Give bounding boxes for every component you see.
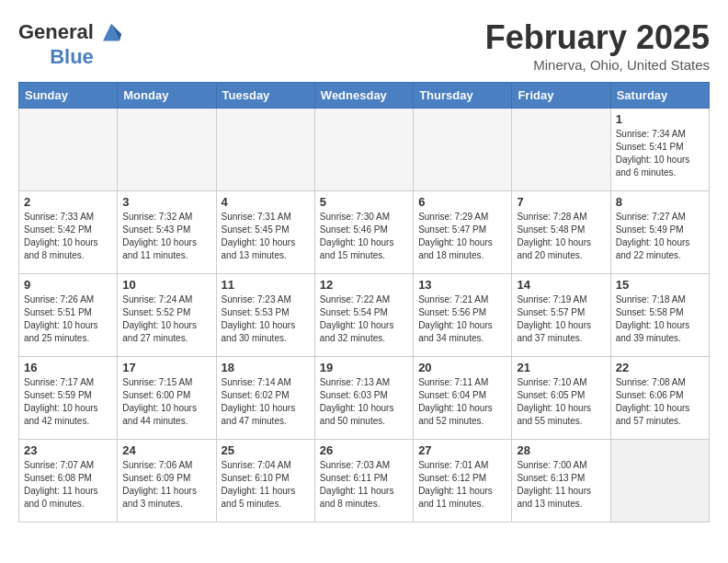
day-info: Sunrise: 7:10 AM Sunset: 6:05 PM Dayligh… <box>517 376 605 428</box>
calendar-cell: 4Sunrise: 7:31 AM Sunset: 5:45 PM Daylig… <box>216 191 314 274</box>
weekday-header-monday: Monday <box>118 83 216 109</box>
calendar-cell: 27Sunrise: 7:01 AM Sunset: 6:12 PM Dayli… <box>414 440 512 523</box>
day-number: 9 <box>24 278 112 292</box>
day-number: 12 <box>320 278 408 292</box>
day-info: Sunrise: 7:23 AM Sunset: 5:53 PM Dayligh… <box>222 293 310 345</box>
calendar-cell: 18Sunrise: 7:14 AM Sunset: 6:02 PM Dayli… <box>216 357 314 440</box>
day-number: 23 <box>24 443 112 457</box>
day-info: Sunrise: 7:19 AM Sunset: 5:57 PM Dayligh… <box>517 293 605 345</box>
day-number: 13 <box>418 278 506 292</box>
calendar-cell <box>512 109 610 191</box>
calendar-cell: 15Sunrise: 7:18 AM Sunset: 5:58 PM Dayli… <box>610 274 709 357</box>
page-header: General Blue February 2025 Minerva, Ohio… <box>18 18 710 73</box>
day-info: Sunrise: 7:17 AM Sunset: 5:59 PM Dayligh… <box>24 376 112 428</box>
day-number: 8 <box>616 195 704 209</box>
calendar-cell: 12Sunrise: 7:22 AM Sunset: 5:54 PM Dayli… <box>314 274 413 357</box>
weekday-header-tuesday: Tuesday <box>216 83 314 109</box>
day-info: Sunrise: 7:30 AM Sunset: 5:46 PM Dayligh… <box>320 211 408 262</box>
weekday-header-row: SundayMondayTuesdayWednesdayThursdayFrid… <box>19 83 710 109</box>
day-info: Sunrise: 7:32 AM Sunset: 5:43 PM Dayligh… <box>122 211 210 262</box>
calendar-cell: 19Sunrise: 7:13 AM Sunset: 6:03 PM Dayli… <box>314 357 413 440</box>
calendar-cell: 11Sunrise: 7:23 AM Sunset: 5:53 PM Dayli… <box>216 274 314 357</box>
day-info: Sunrise: 7:27 AM Sunset: 5:49 PM Dayligh… <box>616 211 704 262</box>
day-number: 16 <box>24 361 112 374</box>
calendar-cell <box>610 440 709 523</box>
day-number: 10 <box>122 278 210 292</box>
calendar-cell: 8Sunrise: 7:27 AM Sunset: 5:49 PM Daylig… <box>610 191 709 274</box>
weekday-header-friday: Friday <box>512 83 610 109</box>
calendar-cell: 7Sunrise: 7:28 AM Sunset: 5:48 PM Daylig… <box>512 191 610 274</box>
calendar-cell: 28Sunrise: 7:00 AM Sunset: 6:13 PM Dayli… <box>512 440 610 523</box>
day-info: Sunrise: 7:11 AM Sunset: 6:04 PM Dayligh… <box>418 376 506 428</box>
day-number: 24 <box>122 443 210 457</box>
calendar-cell: 26Sunrise: 7:03 AM Sunset: 6:11 PM Dayli… <box>314 440 413 523</box>
day-number: 17 <box>122 361 210 374</box>
day-number: 22 <box>616 361 704 374</box>
day-number: 11 <box>222 278 310 292</box>
calendar-cell: 24Sunrise: 7:06 AM Sunset: 6:09 PM Dayli… <box>118 440 216 523</box>
day-number: 5 <box>320 195 408 209</box>
logo-blue-text: Blue <box>50 46 94 68</box>
day-info: Sunrise: 7:13 AM Sunset: 6:03 PM Dayligh… <box>320 376 408 428</box>
day-info: Sunrise: 7:06 AM Sunset: 6:09 PM Dayligh… <box>122 459 210 511</box>
logo-text: General <box>18 21 94 43</box>
calendar-cell: 10Sunrise: 7:24 AM Sunset: 5:52 PM Dayli… <box>118 274 216 357</box>
day-info: Sunrise: 7:04 AM Sunset: 6:10 PM Dayligh… <box>222 459 310 511</box>
day-number: 26 <box>320 443 408 457</box>
day-number: 6 <box>418 195 506 209</box>
day-number: 27 <box>418 443 506 457</box>
day-info: Sunrise: 7:26 AM Sunset: 5:51 PM Dayligh… <box>24 293 112 345</box>
calendar-cell <box>19 109 118 191</box>
calendar-cell <box>314 109 413 191</box>
calendar-cell: 1Sunrise: 7:34 AM Sunset: 5:41 PM Daylig… <box>610 109 709 191</box>
day-info: Sunrise: 7:29 AM Sunset: 5:47 PM Dayligh… <box>418 211 506 262</box>
calendar-week-row: 23Sunrise: 7:07 AM Sunset: 6:08 PM Dayli… <box>19 440 710 523</box>
day-info: Sunrise: 7:14 AM Sunset: 6:02 PM Dayligh… <box>222 376 310 428</box>
day-number: 20 <box>418 361 506 374</box>
day-number: 2 <box>24 195 112 209</box>
calendar-cell: 2Sunrise: 7:33 AM Sunset: 5:42 PM Daylig… <box>19 191 118 274</box>
day-info: Sunrise: 7:24 AM Sunset: 5:52 PM Dayligh… <box>122 293 210 345</box>
day-number: 18 <box>222 361 310 374</box>
weekday-header-wednesday: Wednesday <box>314 83 413 109</box>
day-number: 25 <box>222 443 310 457</box>
weekday-header-sunday: Sunday <box>19 83 118 109</box>
title-block: February 2025 Minerva, Ohio, United Stat… <box>485 18 710 73</box>
day-info: Sunrise: 7:21 AM Sunset: 5:56 PM Dayligh… <box>418 293 506 345</box>
day-info: Sunrise: 7:28 AM Sunset: 5:48 PM Dayligh… <box>517 211 605 262</box>
day-info: Sunrise: 7:01 AM Sunset: 6:12 PM Dayligh… <box>418 459 506 511</box>
calendar-cell: 14Sunrise: 7:19 AM Sunset: 5:57 PM Dayli… <box>512 274 610 357</box>
calendar-table: SundayMondayTuesdayWednesdayThursdayFrid… <box>18 82 710 523</box>
day-info: Sunrise: 7:03 AM Sunset: 6:11 PM Dayligh… <box>320 459 408 511</box>
logo: General Blue <box>18 18 125 68</box>
calendar-cell: 17Sunrise: 7:15 AM Sunset: 6:00 PM Dayli… <box>118 357 216 440</box>
calendar-cell: 16Sunrise: 7:17 AM Sunset: 5:59 PM Dayli… <box>19 357 118 440</box>
calendar-cell <box>414 109 512 191</box>
calendar-cell: 3Sunrise: 7:32 AM Sunset: 5:43 PM Daylig… <box>118 191 216 274</box>
day-info: Sunrise: 7:22 AM Sunset: 5:54 PM Dayligh… <box>320 293 408 345</box>
day-info: Sunrise: 7:07 AM Sunset: 6:08 PM Dayligh… <box>24 459 112 511</box>
calendar-cell: 25Sunrise: 7:04 AM Sunset: 6:10 PM Dayli… <box>216 440 314 523</box>
calendar-week-row: 16Sunrise: 7:17 AM Sunset: 5:59 PM Dayli… <box>19 357 710 440</box>
day-info: Sunrise: 7:08 AM Sunset: 6:06 PM Dayligh… <box>616 376 704 428</box>
day-number: 3 <box>122 195 210 209</box>
day-info: Sunrise: 7:31 AM Sunset: 5:45 PM Dayligh… <box>222 211 310 262</box>
calendar-week-row: 1Sunrise: 7:34 AM Sunset: 5:41 PM Daylig… <box>19 109 710 191</box>
calendar-cell: 5Sunrise: 7:30 AM Sunset: 5:46 PM Daylig… <box>314 191 413 274</box>
calendar-cell: 20Sunrise: 7:11 AM Sunset: 6:04 PM Dayli… <box>414 357 512 440</box>
month-title: February 2025 <box>485 18 710 57</box>
day-info: Sunrise: 7:15 AM Sunset: 6:00 PM Dayligh… <box>122 376 210 428</box>
day-number: 19 <box>320 361 408 374</box>
calendar-cell: 21Sunrise: 7:10 AM Sunset: 6:05 PM Dayli… <box>512 357 610 440</box>
calendar-cell <box>216 109 314 191</box>
weekday-header-thursday: Thursday <box>414 83 512 109</box>
day-info: Sunrise: 7:18 AM Sunset: 5:58 PM Dayligh… <box>616 293 704 345</box>
day-number: 21 <box>517 361 605 374</box>
calendar-cell: 22Sunrise: 7:08 AM Sunset: 6:06 PM Dayli… <box>610 357 709 440</box>
day-info: Sunrise: 7:00 AM Sunset: 6:13 PM Dayligh… <box>517 459 605 511</box>
day-number: 4 <box>222 195 310 209</box>
day-number: 28 <box>517 443 605 457</box>
day-info: Sunrise: 7:33 AM Sunset: 5:42 PM Dayligh… <box>24 211 112 262</box>
location-text: Minerva, Ohio, United States <box>485 57 710 73</box>
weekday-header-saturday: Saturday <box>610 83 709 109</box>
